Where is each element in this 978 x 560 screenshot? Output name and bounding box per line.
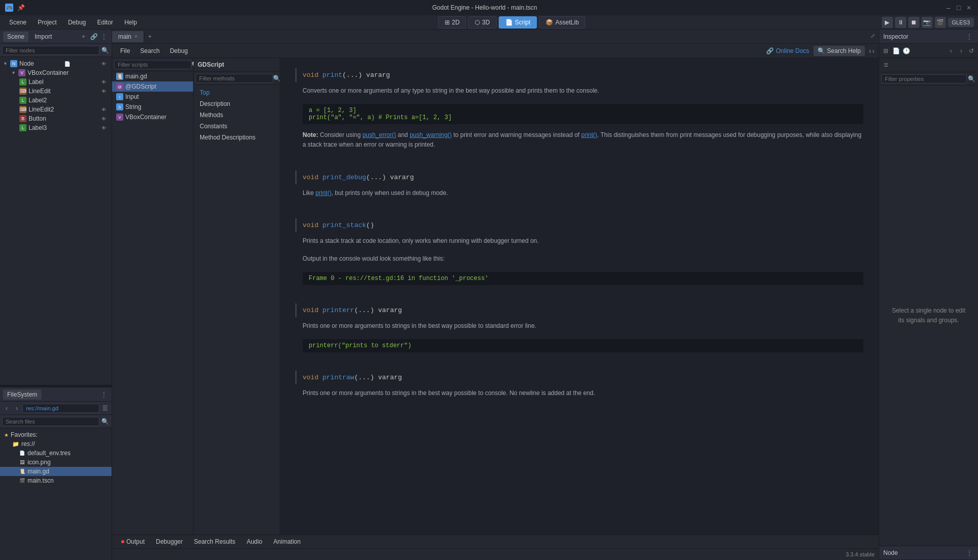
fs-search-icon[interactable]: 🔍 bbox=[100, 417, 110, 426]
filter-nodes-input[interactable] bbox=[2, 46, 99, 55]
add-node-btn[interactable]: + bbox=[79, 32, 88, 41]
lineedit2-eye-icon[interactable]: 👁 bbox=[101, 107, 108, 113]
search-help-btn[interactable]: 🔍 Search Help bbox=[813, 46, 865, 56]
print-link[interactable]: print() bbox=[581, 131, 597, 138]
tree-node-label3[interactable]: L Label3 👁 bbox=[0, 123, 112, 132]
tab-import[interactable]: Import bbox=[31, 32, 56, 42]
menu-project[interactable]: Project bbox=[33, 17, 62, 28]
inspector-menu-btn[interactable]: ⋮ bbox=[965, 32, 974, 41]
script-filter-bar: 🔍 bbox=[112, 58, 193, 71]
script-item-maingd[interactable]: 📜 main.gd bbox=[112, 71, 193, 81]
tab-animation[interactable]: Animation bbox=[268, 537, 306, 547]
filter-search-icon[interactable]: 🔍 bbox=[100, 46, 110, 55]
tree-node-label[interactable]: L Label 👁 bbox=[0, 77, 112, 87]
script-file-menu[interactable]: File bbox=[116, 46, 134, 56]
tab-filesystem[interactable]: FileSystem bbox=[3, 389, 41, 400]
scene-menu-btn[interactable]: ⋮ bbox=[99, 32, 108, 41]
filter-props-icon[interactable]: 🔍 bbox=[967, 74, 976, 83]
tab-search-results[interactable]: Search Results bbox=[189, 537, 240, 547]
tab-scene[interactable]: Scene bbox=[3, 32, 29, 42]
filter-methods-input[interactable] bbox=[196, 74, 273, 83]
nav-prev-btn[interactable]: ‹ bbox=[869, 47, 872, 55]
button-eye-icon[interactable]: 👁 bbox=[101, 116, 108, 122]
script-item-string[interactable]: S String bbox=[112, 102, 193, 112]
script-search-menu[interactable]: Search bbox=[136, 46, 164, 56]
maximize-script-btn[interactable]: ⤢ bbox=[871, 33, 879, 41]
tree-node-lineedit2[interactable]: ⌨ LineEdit2 👁 bbox=[0, 105, 112, 114]
tree-node-button[interactable]: B Button 👁 bbox=[0, 114, 112, 123]
pause-btn[interactable]: ⏸ bbox=[895, 17, 906, 28]
tab-output[interactable]: Output bbox=[116, 537, 150, 547]
view-2d[interactable]: ⊞ 2D bbox=[438, 16, 466, 29]
view-script[interactable]: 📄 Script bbox=[499, 16, 537, 29]
fs-back-btn[interactable]: ‹ bbox=[2, 404, 11, 413]
fs-res-folder[interactable]: 📁 res:// bbox=[0, 439, 112, 449]
stop-btn[interactable]: ⏹ bbox=[908, 17, 919, 28]
script-item-vbox[interactable]: V VBoxContainer bbox=[112, 112, 193, 122]
vbox-script-icon: V bbox=[116, 114, 123, 121]
tree-node-node[interactable]: ▼ N Node 📄 👁 bbox=[0, 59, 112, 68]
menu-scene[interactable]: Scene bbox=[4, 17, 32, 28]
push-error-link[interactable]: push_error() bbox=[362, 131, 396, 138]
script-tabs: main × + ⤢ bbox=[112, 30, 879, 44]
menu-debug[interactable]: Debug bbox=[63, 17, 91, 28]
inspector-expand-btn[interactable]: ⊞ bbox=[881, 46, 890, 55]
tab-main[interactable]: main × bbox=[112, 31, 144, 42]
printerr-code: printerr("prints to stderr") bbox=[303, 339, 863, 352]
fs-default-env[interactable]: 📄 default_env.tres bbox=[0, 449, 112, 458]
close-btn[interactable]: × bbox=[965, 4, 973, 12]
tab-add-btn[interactable]: + bbox=[144, 31, 156, 42]
link-btn[interactable]: 🔗 bbox=[89, 32, 98, 41]
inspector-history-btn[interactable]: 🕐 bbox=[902, 46, 911, 55]
gdscript-item-methods[interactable]: Methods bbox=[194, 109, 280, 121]
script-debug-menu[interactable]: Debug bbox=[166, 46, 192, 56]
push-warning-link[interactable]: push_warning() bbox=[410, 131, 452, 138]
filter-properties-input[interactable] bbox=[881, 74, 967, 83]
fs-icon-png[interactable]: 🖼 icon.png bbox=[0, 458, 112, 467]
fs-main-tscn[interactable]: 🎬 main.tscn bbox=[0, 476, 112, 485]
record-btn[interactable]: 🎬 bbox=[935, 17, 946, 28]
fs-menu-btn[interactable]: ⋮ bbox=[99, 390, 108, 399]
tree-node-lineedit[interactable]: ⌨ LineEdit 👁 bbox=[0, 87, 112, 96]
label3-eye-icon[interactable]: 👁 bbox=[101, 125, 108, 131]
inspector-prev-btn[interactable]: ‹ bbox=[946, 46, 956, 55]
filter-scripts-input[interactable] bbox=[114, 60, 192, 69]
screenshot-btn[interactable]: 📷 bbox=[921, 17, 933, 28]
view-assetlib[interactable]: 📦 AssetLib bbox=[539, 16, 585, 29]
tree-node-vbox[interactable]: ▼ V VBoxContainer bbox=[0, 68, 112, 77]
maximize-btn[interactable]: □ bbox=[955, 4, 963, 12]
tree-node-label2[interactable]: L Label2 bbox=[0, 96, 112, 105]
play-btn[interactable]: ▶ bbox=[882, 17, 893, 28]
nav-next-btn[interactable]: › bbox=[872, 47, 875, 55]
filter-methods-icon[interactable]: 🔍 bbox=[273, 74, 281, 83]
button-icon: B bbox=[19, 115, 26, 122]
tab-main-close[interactable]: × bbox=[134, 34, 138, 39]
fs-main-gd[interactable]: 📜 main.gd bbox=[0, 467, 112, 476]
search-files-input[interactable] bbox=[2, 417, 99, 426]
view-3d[interactable]: ⬡ 3D bbox=[468, 16, 496, 29]
func-print-sig: void print(...) vararg bbox=[295, 68, 863, 82]
print-link2[interactable]: print() bbox=[315, 189, 331, 197]
node-section-menu-btn[interactable]: ⋮ bbox=[965, 548, 974, 557]
script-item-gdscript[interactable]: @ @GDScript bbox=[112, 81, 193, 92]
label-eye-icon[interactable]: 👁 bbox=[101, 79, 108, 85]
lineedit-eye-icon[interactable]: 👁 bbox=[101, 89, 108, 94]
gdscript-item-description[interactable]: Description bbox=[194, 98, 280, 109]
tab-debugger[interactable]: Debugger bbox=[151, 537, 188, 547]
gdscript-item-method-descriptions[interactable]: Method Descriptions bbox=[194, 132, 280, 143]
fs-list-btn[interactable]: ☰ bbox=[100, 404, 110, 413]
fs-fwd-btn[interactable]: › bbox=[12, 404, 21, 413]
tab-audio[interactable]: Audio bbox=[241, 537, 267, 547]
inspector-file-btn[interactable]: 📄 bbox=[891, 46, 901, 55]
script-item-input[interactable]: I Input bbox=[112, 92, 193, 102]
menu-help[interactable]: Help bbox=[119, 17, 142, 28]
inspector-filter-toggle[interactable]: ☰ bbox=[881, 61, 890, 70]
gdscript-item-constants[interactable]: Constants bbox=[194, 121, 280, 132]
inspector-next-btn[interactable]: › bbox=[957, 46, 966, 55]
gdscript-item-top[interactable]: Top bbox=[194, 87, 280, 98]
node-eye-icon[interactable]: 👁 bbox=[101, 61, 108, 67]
online-docs-btn[interactable]: 🔗 Online Docs bbox=[766, 47, 809, 54]
minimize-btn[interactable]: – bbox=[944, 4, 953, 12]
menu-editor[interactable]: Editor bbox=[92, 17, 118, 28]
inspector-home-btn[interactable]: ↺ bbox=[967, 46, 976, 55]
